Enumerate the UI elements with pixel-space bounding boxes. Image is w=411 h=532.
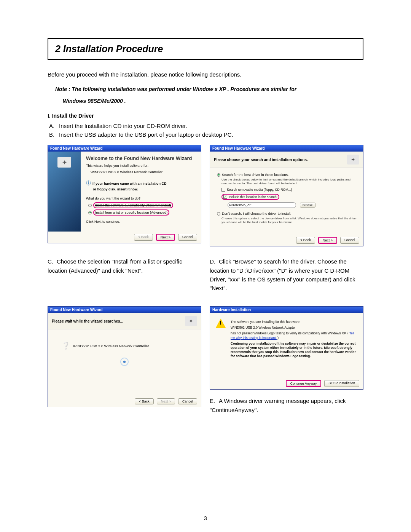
checkbox-include-label: Include this location in the search: xyxy=(229,195,277,199)
note-line-1: Note : The following installation was pe… xyxy=(55,85,363,94)
next-button[interactable]: Next > xyxy=(157,398,175,404)
caption-d: D.Click "Browse" to search for the drive… xyxy=(210,257,363,292)
continue-anyway-button[interactable]: Continue Anyway xyxy=(286,380,322,387)
back-button[interactable]: < Back xyxy=(134,234,153,241)
browse-button[interactable]: Browse xyxy=(300,203,315,208)
wizard-heading: Please wait while the wizard searches... xyxy=(52,319,123,323)
dialog-title: Found New Hardware Wizard xyxy=(48,307,201,313)
checkbox-icon xyxy=(221,188,225,192)
cancel-button[interactable]: Cancel xyxy=(178,234,197,241)
device-icon: ✦ xyxy=(185,316,197,326)
caption-c-text: Choose the selection "Install from a lis… xyxy=(48,258,182,273)
warning-icon: ! xyxy=(215,318,226,328)
radio-auto-label: Install the software automatically (Reco… xyxy=(93,202,173,208)
note-line-2: Windows 98SE/Me/2000 . xyxy=(63,96,363,106)
step-b: B.Insert the USB adapter to the USB port… xyxy=(49,131,363,138)
caption-e-text: A Windows driver warning message appears… xyxy=(210,398,346,413)
caption-row-1: C.Choose the selection "Install from a l… xyxy=(48,253,363,292)
radio-search-best[interactable]: Search for the best driver in these loca… xyxy=(217,173,358,177)
wizard-heading: Please choose your search and installati… xyxy=(214,158,308,162)
device-icon: ✦ xyxy=(57,157,71,168)
click-next-hint: Click Next to continue. xyxy=(86,219,196,224)
search-spinner-icon xyxy=(120,358,129,366)
cd-hint-1: If your hardware came with an installati… xyxy=(92,182,167,185)
radio-dont-search[interactable]: Don't search. I will choose the driver t… xyxy=(217,212,358,216)
section-header: 2 Installation Procedure xyxy=(48,38,363,60)
dialog-title: Found New Hardware Wizard xyxy=(210,145,363,152)
radio-advanced-install[interactable]: Install from a list or specific location… xyxy=(88,209,196,216)
warn-device-name: WIND502 USB 2.0 Wireless Network Adapter xyxy=(231,326,358,330)
step-a-text: Insert the Installation CD into your CD-… xyxy=(59,123,187,129)
dialog-title: Found New Hardware Wizard xyxy=(48,145,201,152)
info-icon: ⓘ xyxy=(86,180,91,186)
wizard-heading: Welcome to the Found New Hardware Wizard xyxy=(86,155,196,161)
next-button[interactable]: Next > xyxy=(318,237,337,244)
wizard-side-panel: ✦ xyxy=(48,152,81,232)
warn-logo-text-b: ) xyxy=(277,336,279,340)
radio-icon xyxy=(88,211,92,214)
radio-icon xyxy=(217,173,220,177)
caption-e: E.A Windows driver warning message appea… xyxy=(210,396,363,414)
warn-strong-text: Continuing your installation of this sof… xyxy=(231,342,358,358)
cd-hint-2: or floppy disk, insert it now. xyxy=(93,187,138,191)
dialog-wizard-searching: Found New Hardware Wizard Please wait wh… xyxy=(48,306,201,407)
screenshot-row-1: Found New Hardware Wizard ✦ Welcome to t… xyxy=(48,145,363,246)
step-b-text: Insert the USB adapter to the USB port o… xyxy=(59,131,233,138)
back-button[interactable]: < Back xyxy=(135,398,154,404)
warn-line-1: The software you are installing for this… xyxy=(231,320,358,324)
wizard-device-name: WIND502 USB 2.0 Wireless Network Control… xyxy=(91,170,196,174)
caption-c: C.Choose the selection "Install from a l… xyxy=(48,257,201,275)
checkbox-removable-label: Search removable media (floppy, CD-ROM..… xyxy=(227,188,292,192)
radio-auto-install[interactable]: Install the software automatically (Reco… xyxy=(88,202,196,208)
radio-icon xyxy=(217,212,220,216)
stop-installation-button[interactable]: STOP Installation xyxy=(324,380,359,387)
dialog-hardware-installation-warning: Hardware Installation ! The software you… xyxy=(210,306,363,390)
warn-logo-text-a: has not passed Windows Logo testing to v… xyxy=(231,331,349,335)
step-a: A.Insert the Installation CD into your C… xyxy=(49,123,363,129)
dialog-title: Hardware Installation xyxy=(210,307,363,313)
device-icon: ✦ xyxy=(347,155,359,165)
wizard-prompt: What do you want the wizard to do? xyxy=(86,196,196,201)
dialog-wizard-welcome: Found New Hardware Wizard ✦ Welcome to t… xyxy=(48,145,201,243)
location-path-input[interactable]: D:\Driver\2K_XP xyxy=(228,202,296,208)
radio-dont-label: Don't search. I will choose the driver t… xyxy=(222,212,291,216)
caption-d-text: Click "Browse" to search for the driver.… xyxy=(210,258,355,291)
radio-advanced-label: Install from a list or specific location… xyxy=(93,209,169,216)
page-number: 3 xyxy=(204,515,207,521)
radio-icon xyxy=(88,204,92,207)
cancel-button[interactable]: Cancel xyxy=(340,237,359,244)
intro-text: Before you proceed with the installation… xyxy=(48,71,363,78)
next-button[interactable]: Next > xyxy=(156,234,175,241)
step-heading: I. Install the Driver xyxy=(48,113,363,119)
screenshot-row-2: Found New Hardware Wizard Please wait wh… xyxy=(48,306,363,414)
help-icon: ❔ xyxy=(62,342,70,350)
searching-device-name: WIND502 USB 2.0 Wireless Network Control… xyxy=(73,344,149,348)
checkbox-include-location[interactable]: ✓ Include this location in the search: xyxy=(221,194,279,200)
dialog-wizard-search-options: Found New Hardware Wizard Please choose … xyxy=(210,145,363,246)
back-button[interactable]: < Back xyxy=(296,237,315,244)
section-title: 2 Installation Procedure xyxy=(55,43,356,54)
cancel-button[interactable]: Cancel xyxy=(178,398,197,404)
checkbox-icon: ✓ xyxy=(223,195,227,199)
dont-search-subtext: Choose this option to select the device … xyxy=(221,217,358,224)
wizard-help: This wizard helps you install software f… xyxy=(86,163,196,168)
search-subtext: Use the check boxes below to limit or ex… xyxy=(221,178,358,185)
checkbox-removable-media[interactable]: Search removable media (floppy, CD-ROM..… xyxy=(221,188,358,192)
radio-search-label: Search for the best driver in these loca… xyxy=(222,173,289,177)
